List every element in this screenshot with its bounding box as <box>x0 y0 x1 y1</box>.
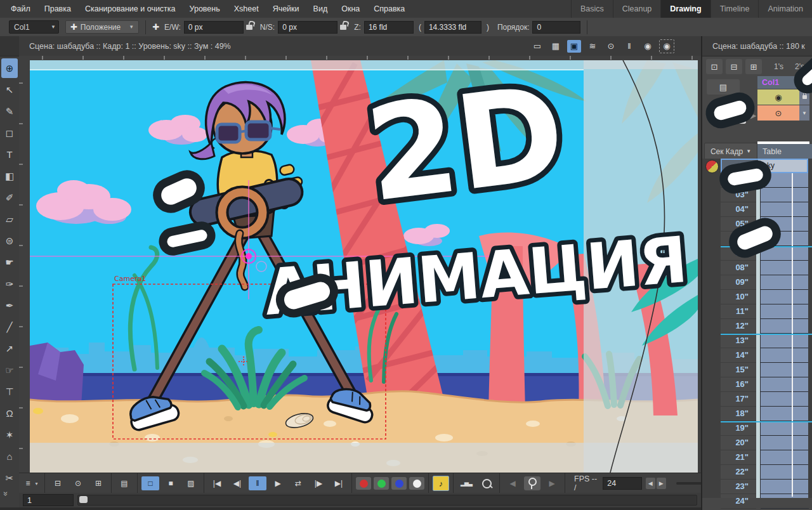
z-field[interactable]: 16 fld <box>364 21 414 34</box>
column-visibility-toggle[interactable]: ◉ <box>757 89 799 105</box>
level-color-chip[interactable] <box>705 160 719 173</box>
pause-button[interactable]: ‖ <box>249 476 266 490</box>
frame-row-label[interactable]: 20" <box>721 436 756 450</box>
viewer-menu-button[interactable]: ≡▾ <box>23 476 41 490</box>
preview-camera-button[interactable]: ▤ <box>115 476 133 490</box>
tape-tool[interactable]: ⊜ <box>1 231 18 251</box>
sec-frame-select[interactable]: Сек Кадр▼ <box>704 143 757 160</box>
frame-row-label[interactable]: 13" <box>721 334 756 348</box>
xsheet-cells-icon[interactable]: ⊞ <box>745 59 762 74</box>
frame-row-label[interactable]: 11" <box>721 304 756 319</box>
plastic-tool[interactable]: ✶ <box>1 425 18 445</box>
toolbar-expand-icon[interactable]: « <box>0 492 10 496</box>
iron-tool[interactable]: ⌂ <box>1 447 18 466</box>
xsheet-cell[interactable] <box>761 334 809 348</box>
frame-row-label[interactable]: 04" <box>721 202 756 217</box>
menu-item[interactable]: Вид <box>306 0 335 18</box>
xsheet-cell[interactable] <box>761 494 809 509</box>
xsheet-cell[interactable] <box>761 261 809 275</box>
checker-background-button[interactable]: ▨ <box>182 476 200 490</box>
frame-row-label[interactable]: 21" <box>721 450 756 465</box>
lock-icon[interactable] <box>246 25 252 30</box>
lock-icon[interactable] <box>340 25 346 30</box>
mode-select[interactable]: ✚ Положение ▼ <box>65 20 139 34</box>
frame-row-label[interactable]: 18" <box>721 407 756 421</box>
type-tool[interactable]: T <box>1 145 18 164</box>
menu-item[interactable]: Справка <box>367 0 412 18</box>
ew-field[interactable]: 0 px <box>184 21 244 34</box>
blue-channel-button[interactable] <box>391 477 407 490</box>
fps-increase-button[interactable]: ▶ <box>657 478 666 489</box>
ns-field[interactable]: 0 px <box>278 21 337 34</box>
xsheet-cell[interactable] <box>761 319 809 334</box>
xsheet-cell[interactable] <box>761 377 809 392</box>
xsheet-cell[interactable] <box>761 392 809 407</box>
frame-slider[interactable] <box>77 495 697 506</box>
xsheet-cell[interactable] <box>761 421 809 436</box>
zoom-button[interactable] <box>478 476 495 490</box>
red-channel-button[interactable] <box>356 477 371 490</box>
eraser-tool[interactable]: ▱ <box>1 209 18 229</box>
frame-row-label[interactable]: 23" <box>721 480 756 494</box>
compare-button[interactable]: ⊞ <box>89 476 107 490</box>
set-key-button[interactable] <box>524 476 540 490</box>
subcamera-preview-icon[interactable]: ◉ <box>659 39 674 53</box>
play-button[interactable]: ▶ <box>269 476 287 490</box>
level-strip-icon[interactable]: ⊟ <box>726 59 742 74</box>
next-key-button[interactable]: ▶ <box>543 476 561 490</box>
camstand-view-icon[interactable]: ▣ <box>567 40 581 53</box>
green-channel-button[interactable] <box>374 477 389 490</box>
menu-item[interactable]: Файл <box>4 0 37 18</box>
rgb-picker-tool[interactable]: ✒ <box>1 296 18 315</box>
levels-fan-icon[interactable]: ≋ <box>586 40 599 53</box>
xsheet-cell[interactable] <box>761 188 809 202</box>
xsheet-cell[interactable] <box>761 202 809 217</box>
grid-icon[interactable]: ▦ <box>549 40 563 53</box>
current-frame-field[interactable]: 1 <box>23 494 74 506</box>
room-tab[interactable]: Animation <box>758 0 812 18</box>
xsheet-cell[interactable] <box>761 275 809 290</box>
histogram-button[interactable]: ▂▅▃ <box>457 476 475 490</box>
first-frame-button[interactable]: |◀ <box>208 476 226 490</box>
room-tab[interactable]: Drawing <box>660 0 710 18</box>
ruler-tool[interactable]: ╱ <box>1 317 18 337</box>
order-field[interactable]: 0 <box>532 21 580 34</box>
preview-eye-icon[interactable]: ◉ <box>641 40 655 53</box>
column-config-button[interactable]: ▼ <box>799 105 809 121</box>
frame-row-label[interactable]: 08" <box>721 261 756 275</box>
xsheet-cell[interactable] <box>761 348 809 363</box>
prev-key-button[interactable]: ◀ <box>504 476 521 490</box>
selection-tool[interactable]: ↖ <box>1 80 18 100</box>
black-background-button[interactable]: ■ <box>162 476 180 490</box>
column-camstand-toggle[interactable]: ⊙ <box>757 105 799 121</box>
camera-view-icon[interactable]: ▭ <box>530 40 544 53</box>
viewer-canvas[interactable]: Camera1 2D АНИМАЦИЯ <box>19 56 701 473</box>
frame-row-label[interactable]: 12" <box>721 319 756 334</box>
table-tab[interactable]: Table <box>757 144 812 159</box>
snapshot-button[interactable]: ⊙ <box>69 476 87 490</box>
style-picker-tool[interactable]: ✑ <box>1 274 18 294</box>
fill-tool[interactable]: ◧ <box>1 166 18 186</box>
animate-tool[interactable]: ⊕ <box>1 58 18 78</box>
prev-frame-button[interactable]: ◀| <box>228 476 246 490</box>
menu-item[interactable]: Сканирование и очистка <box>78 0 183 18</box>
freeze-icon[interactable]: ‖ <box>622 40 636 53</box>
step-1-label[interactable]: 1's <box>774 62 783 71</box>
xsheet-cell[interactable] <box>761 304 809 319</box>
menu-item[interactable]: Окна <box>334 0 367 18</box>
orientation-toggle-icon[interactable]: ⊡ <box>706 59 723 74</box>
xsheet-cell[interactable] <box>761 407 809 421</box>
sound-button[interactable]: ♪ <box>433 476 449 491</box>
white-background-button[interactable]: □ <box>141 476 159 490</box>
menu-item[interactable]: Xsheet <box>227 0 266 18</box>
geometric-tool[interactable]: ◻ <box>1 123 18 143</box>
save-button[interactable]: ⊟ <box>49 476 67 490</box>
room-tab[interactable]: Timeline <box>710 0 759 18</box>
xsheet-cell[interactable] <box>761 450 809 465</box>
brush-tool[interactable]: ✎ <box>1 101 18 121</box>
frame-row-label[interactable]: 19" <box>721 421 756 436</box>
magnet-tool[interactable]: Ω <box>1 403 18 423</box>
control-point-editor-tool[interactable]: ↗ <box>1 339 18 358</box>
frame-row-label[interactable]: 22" <box>721 465 756 480</box>
pump-tool[interactable]: ⊤ <box>1 382 18 402</box>
